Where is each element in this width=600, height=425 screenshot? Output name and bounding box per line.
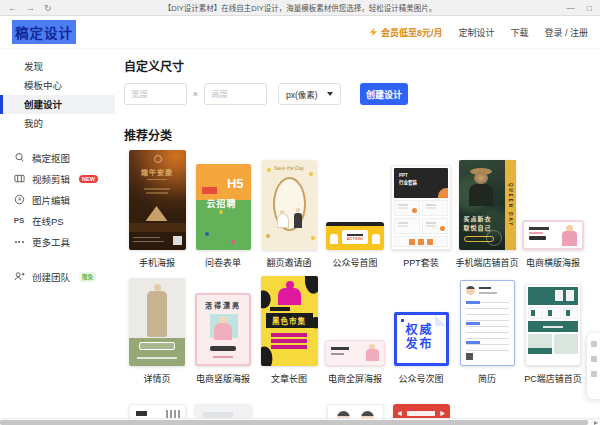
vip-link[interactable]: 会员低至8元/月: [368, 26, 443, 39]
category-label: 翻页邀请函: [266, 256, 311, 269]
sidebar-item-discover[interactable]: 发现: [0, 57, 115, 76]
page-title: 【DIY设计素材】在线自主DIY设计，海量模板素材供您选择，轻松设计精美图片。: [0, 2, 600, 13]
category-label: 电商竖版海报: [196, 372, 250, 385]
main-content: 自定义尺寸 × px(像素) 创建设计 推荐分类 端午安康: [115, 49, 600, 425]
category-pc-shop-home[interactable]: PC端店铺首页: [520, 276, 586, 385]
sidebar: 发现 模板中心 创建设计 我的 稿定抠图 视频剪辑 NEW A: [0, 49, 115, 425]
custom-size-title: 自定义尺寸: [124, 57, 600, 74]
svg-text:A: A: [17, 196, 21, 202]
category-ecom-vertical-poster[interactable]: 活得漂亮 电商竖版海报: [190, 276, 256, 385]
template-thumbnail[interactable]: PPT行业套装: [391, 165, 451, 250]
template-thumbnail[interactable]: [460, 280, 515, 366]
logo[interactable]: 稿定设计: [12, 20, 76, 44]
video-edit-icon: [13, 173, 25, 185]
sidebar-create-team[interactable]: 创建团队 限免: [0, 266, 115, 287]
maximize-button[interactable]: □: [587, 0, 592, 16]
minimize-button[interactable]: —: [566, 0, 575, 16]
category-article-long-image[interactable]: 黑色市集 文章长图: [256, 276, 322, 385]
avatar: [466, 286, 475, 295]
sidebar-tool-image-edit[interactable]: A 图片编辑: [0, 189, 115, 210]
category-ppt-set[interactable]: PPT行业套装 PPT套装: [388, 150, 454, 269]
poster-action-text: ACTION!: [347, 237, 364, 241]
category-label: 手机海报: [139, 256, 175, 269]
category-detail-page[interactable]: 详情页: [124, 276, 190, 385]
custom-design-link[interactable]: 定制设计: [458, 26, 494, 39]
category-mobile-poster[interactable]: 端午安康 手机海报: [124, 150, 190, 269]
forward-icon[interactable]: →: [26, 0, 35, 16]
template-thumbnail[interactable]: 活得漂亮: [195, 293, 251, 366]
template-thumbnail[interactable]: [522, 220, 584, 250]
category-wechat-secondary-image[interactable]: 权威发布 公众号次图: [388, 276, 454, 385]
unit-select[interactable]: px(像素): [278, 83, 341, 105]
toolbar-icon[interactable]: [591, 356, 597, 362]
recommend-title: 推荐分类: [124, 126, 600, 143]
sidebar-item-mine[interactable]: 我的: [0, 114, 115, 133]
toolbar-icon[interactable]: [591, 371, 597, 377]
vip-icon: [368, 27, 378, 37]
poster-title: 活得漂亮: [197, 300, 249, 310]
template-thumbnail[interactable]: ACTION!: [326, 222, 384, 250]
scrollbar-thumb[interactable]: [0, 420, 588, 425]
width-input[interactable]: [124, 83, 187, 105]
category-label: 公众号次图: [398, 372, 443, 385]
template-thumbnail[interactable]: QUEEN DAY 买点新衣 取悦自己: [459, 160, 516, 250]
template-thumbnail[interactable]: 端午安康: [129, 150, 186, 250]
category-survey-form[interactable]: H5 云招聘 问卷表单: [190, 150, 256, 269]
template-thumbnail[interactable]: 权威发布: [394, 312, 449, 366]
category-row-1: 端午安康 手机海报 H5 云招聘 问卷表单 Save the Day: [124, 150, 600, 269]
category-wechat-header[interactable]: ACTION! 公众号首图: [322, 150, 388, 269]
poster-title: H5: [227, 176, 244, 191]
height-input[interactable]: [204, 83, 267, 105]
category-resume[interactable]: 简历: [454, 276, 520, 385]
horizontal-scrollbar[interactable]: [0, 418, 600, 425]
category-ecom-horizontal-poster[interactable]: 电商横版海报: [520, 150, 586, 269]
sidebar-tool-online-ps[interactable]: PS 在线PS: [0, 210, 115, 231]
template-thumbnail[interactable]: H5 云招聘: [196, 164, 251, 250]
template-thumbnail[interactable]: 黑色市集: [261, 276, 318, 366]
template-thumbnail[interactable]: [325, 340, 385, 366]
team-label: 创建团队: [32, 270, 70, 284]
back-icon[interactable]: ←: [8, 0, 17, 16]
sidebar-tool-cutout[interactable]: 稿定抠图: [0, 147, 115, 168]
category-label: 文章长图: [271, 372, 307, 385]
team-icon: [13, 271, 25, 283]
category-label: 电商横版海报: [526, 256, 580, 269]
category-label: 电商全屏海报: [328, 372, 382, 385]
category-label: 详情页: [143, 372, 170, 385]
sidebar-tool-more[interactable]: 更多工具: [0, 231, 115, 252]
custom-size-form: × px(像素) 创建设计: [124, 83, 600, 105]
poster-line2: 取悦自己: [464, 223, 492, 232]
category-label: 问卷表单: [205, 256, 241, 269]
times-separator: ×: [187, 89, 204, 99]
tool-label: 稿定抠图: [32, 151, 70, 165]
free-badge: 限免: [79, 272, 96, 282]
refresh-icon[interactable]: ↻: [44, 0, 52, 16]
category-ecom-fullscreen-poster[interactable]: 电商全屏海报: [322, 276, 388, 385]
sidebar-item-create-design[interactable]: 创建设计: [0, 95, 115, 114]
tool-label: 更多工具: [32, 235, 70, 249]
poster-line1: 权威: [406, 323, 434, 337]
ps-icon: PS: [13, 215, 25, 227]
toolbar-icon[interactable]: [591, 341, 597, 347]
site-header: 稿定设计 会员低至8元/月 定制设计 下载 登录 / 注册: [0, 16, 600, 49]
download-link[interactable]: 下载: [510, 26, 528, 39]
template-thumbnail[interactable]: [525, 284, 581, 366]
create-design-button[interactable]: 创建设计: [360, 83, 408, 105]
unit-value: px(像素): [286, 88, 318, 100]
login-register-link[interactable]: 登录 / 注册: [544, 26, 588, 39]
cutout-icon: [13, 152, 25, 164]
scrollbar-right-arrow[interactable]: [594, 421, 598, 425]
sidebar-tool-video-edit[interactable]: 视频剪辑 NEW: [0, 168, 115, 189]
category-row-2: 详情页 活得漂亮 电商竖版海报 黑色市集 文章长图: [124, 276, 600, 385]
template-thumbnail[interactable]: Save the Day: [262, 160, 317, 250]
sidebar-item-template-center[interactable]: 模板中心: [0, 76, 115, 95]
poster-line1: 买点新衣: [464, 214, 492, 223]
template-thumbnail[interactable]: [129, 278, 185, 366]
category-flip-invitation[interactable]: Save the Day 翻页邀请函: [256, 150, 322, 269]
browser-chrome: ← → ↻ 【DIY设计素材】在线自主DIY设计，海量模板素材供您选择，轻松设计…: [0, 0, 600, 16]
new-badge: NEW: [79, 175, 98, 183]
category-mobile-shop-home[interactable]: QUEEN DAY 买点新衣 取悦自己 手机端店铺首页: [454, 150, 520, 269]
poster-line2: 发布: [406, 337, 434, 351]
tool-label: 视频剪辑: [32, 172, 70, 186]
floating-toolbar[interactable]: [587, 333, 600, 399]
